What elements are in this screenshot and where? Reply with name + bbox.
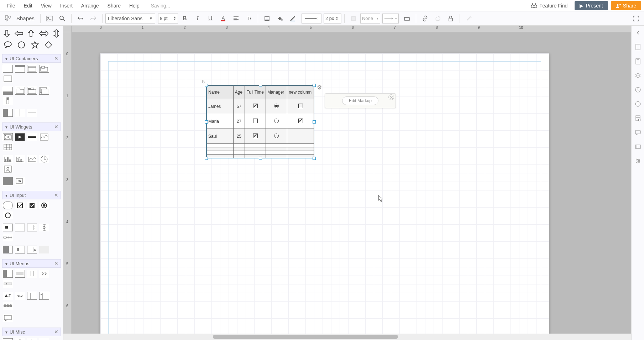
selection-handle[interactable] (205, 120, 208, 124)
canvas-viewport[interactable]: Name Age Full Time Manager new column Ja… (72, 32, 631, 334)
shape-style-button[interactable] (347, 12, 360, 25)
widget-3[interactable] (27, 133, 37, 141)
input-widget-14[interactable] (39, 246, 49, 253)
master-icon[interactable] (634, 100, 642, 108)
revert-button[interactable] (432, 12, 444, 25)
arrow-start-select[interactable]: None ▾ (360, 14, 380, 23)
fullscreen-button[interactable] (630, 12, 642, 25)
container-widget-11[interactable] (3, 109, 13, 117)
input-widget-1[interactable] (3, 202, 13, 209)
history-icon[interactable] (634, 85, 642, 94)
lock-button[interactable] (445, 12, 457, 25)
misc-widget-3[interactable]: } (27, 338, 37, 340)
table-header-name[interactable]: Name (207, 86, 234, 99)
input-widget-6[interactable] (3, 224, 13, 231)
undo-button[interactable] (74, 12, 87, 25)
scrollbar-thumb[interactable] (213, 335, 398, 339)
menu-widget-8[interactable] (27, 292, 37, 300)
present-button[interactable]: ▶ Present (575, 1, 608, 10)
page[interactable]: Name Age Full Time Manager new column Ja… (100, 53, 549, 334)
table-row[interactable]: Maria 27 (207, 114, 314, 129)
arrow-end-select[interactable]: ▾ (382, 14, 399, 23)
selection-handle[interactable] (313, 157, 316, 160)
misc-widget-4[interactable] (39, 338, 49, 340)
collapse-icon[interactable] (634, 28, 642, 37)
menu-edit[interactable]: Edit (20, 1, 37, 11)
widget-1[interactable] (3, 133, 13, 141)
arrow-leftright-shape[interactable] (39, 29, 49, 38)
callout-shape[interactable] (3, 41, 13, 49)
selection-handle[interactable] (205, 157, 208, 160)
widget-11[interactable] (3, 177, 13, 185)
input-widget-8[interactable] (27, 224, 37, 231)
menu-widget-2[interactable] (15, 270, 25, 278)
table-row[interactable] (207, 151, 314, 155)
widget-2[interactable] (15, 133, 25, 141)
misc-widget-2[interactable]: ? (15, 338, 25, 340)
selection-handle[interactable] (259, 157, 262, 160)
arrow-up-shape[interactable] (27, 29, 35, 38)
text-align-button[interactable] (230, 12, 242, 25)
fill-color-button[interactable] (261, 12, 273, 25)
share-button[interactable]: Share (611, 1, 641, 10)
line-width-select[interactable]: 2 px ▲▼ (324, 14, 341, 23)
menu-insert[interactable]: Insert (56, 1, 77, 11)
star-shape[interactable] (30, 41, 40, 49)
widget-4[interactable] (39, 133, 49, 141)
arrow-updown-shape[interactable] (52, 29, 60, 38)
input-widget-2[interactable] (15, 202, 25, 209)
ui-widgets-header[interactable]: ▼UI Widgets ✕ (2, 122, 61, 131)
magic-wand-button[interactable] (463, 12, 475, 25)
gear-icon[interactable]: ⚙ (317, 84, 322, 91)
table-header-newcolumn[interactable]: new column (287, 86, 314, 99)
input-widget-12[interactable] (15, 246, 25, 253)
input-widget-4[interactable] (39, 202, 49, 209)
menu-widget-6[interactable]: A-Z (3, 292, 13, 300)
comment-icon[interactable] (634, 128, 642, 137)
widget-7[interactable] (15, 155, 25, 163)
widget-9[interactable] (39, 155, 49, 163)
table-row[interactable] (207, 144, 314, 147)
underline-button[interactable]: U (204, 12, 216, 25)
arrow-down-shape[interactable] (3, 29, 11, 38)
search-button[interactable] (56, 12, 68, 25)
menu-widget-7[interactable]: <12 (15, 292, 25, 300)
clipboard-icon[interactable] (634, 57, 642, 66)
input-widget-5[interactable] (3, 211, 13, 219)
container-widget-6[interactable] (3, 87, 13, 95)
menu-arrange[interactable]: Arrange (77, 1, 103, 11)
menu-widget-3[interactable] (27, 270, 37, 278)
menu-widget-1[interactable] (3, 270, 13, 278)
table-header-age[interactable]: Age (233, 86, 245, 99)
table-row[interactable] (207, 147, 314, 151)
italic-button[interactable]: I (192, 12, 204, 25)
container-widget-13[interactable] (27, 109, 37, 117)
container-widget-1[interactable] (3, 65, 13, 73)
slides-icon[interactable] (634, 142, 642, 151)
edit-markup-button[interactable]: Edit Markup (342, 96, 378, 105)
layers-icon[interactable] (634, 71, 642, 80)
data-icon[interactable] (634, 114, 642, 122)
container-widget-9[interactable] (39, 87, 49, 95)
menu-view[interactable]: View (37, 1, 56, 11)
container-widget-10[interactable] (3, 97, 13, 105)
feature-find-button[interactable]: Feature Find (527, 1, 572, 11)
misc-widget-1[interactable] (3, 338, 13, 340)
ui-input-header[interactable]: ▼UI Input ✕ (2, 191, 61, 199)
ui-menus-header[interactable]: ▼UI Menus ✕ (2, 259, 61, 268)
table-header-fulltime[interactable]: Full Time (245, 86, 266, 99)
line-style-select[interactable] (302, 14, 321, 23)
shapes-menu-button[interactable] (2, 12, 14, 25)
menu-widget-10[interactable] (3, 302, 13, 310)
container-widget-3[interactable] (27, 65, 37, 73)
widget-5[interactable] (3, 143, 13, 151)
font-size-select[interactable]: 8 pt ▲▼ (158, 14, 178, 23)
menu-share[interactable]: Share (103, 1, 125, 11)
close-icon[interactable]: ✕ (388, 94, 394, 100)
widget-12[interactable]: ph (15, 177, 25, 185)
container-widget-4[interactable] (39, 65, 49, 73)
input-widget-10[interactable] (3, 234, 13, 241)
close-icon[interactable]: ✕ (54, 56, 58, 61)
ui-containers-header[interactable]: ▼UI Containers ✕ (2, 54, 61, 63)
input-widget-11[interactable] (3, 246, 13, 253)
